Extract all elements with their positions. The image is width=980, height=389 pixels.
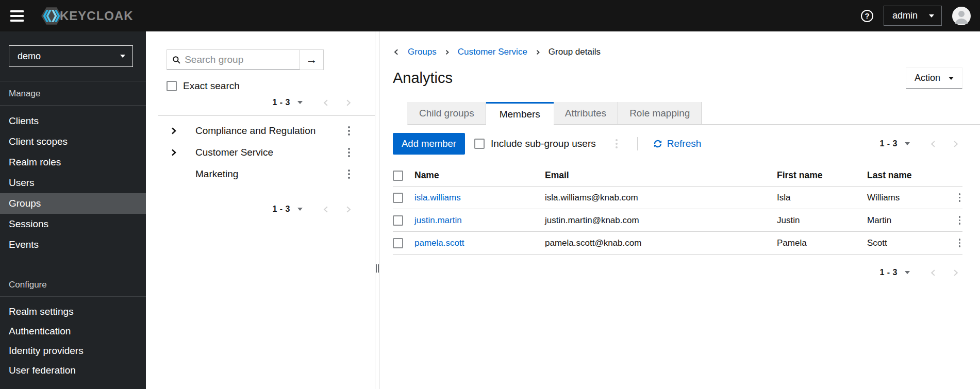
include-subgroups-checkbox[interactable] (474, 139, 485, 149)
sidebar-item-realm-settings[interactable]: Realm settings (0, 302, 146, 322)
next-page-button[interactable] (344, 206, 352, 213)
table-header-row: Name Email First name Last name (393, 165, 962, 187)
sidebar: demo Manage Clients Client scopes Realm … (0, 31, 146, 389)
member-username-link[interactable]: isla.williams (414, 193, 545, 203)
members-pagination-top: 1 - 3 (879, 139, 962, 148)
sidebar-item-clients[interactable]: Clients (0, 111, 146, 131)
divider (637, 137, 638, 150)
group-link[interactable]: Customer Service (195, 147, 273, 158)
user-menu-dropdown[interactable]: admin (884, 6, 942, 26)
row-checkbox[interactable] (393, 193, 403, 203)
kebab-menu-icon[interactable] (346, 167, 352, 181)
toolbar-kebab-menu-icon[interactable] (613, 137, 620, 150)
panel-resize-splitter[interactable] (375, 31, 379, 389)
row-kebab-menu-icon[interactable] (957, 191, 963, 204)
manage-nav: Clients Client scopes Realm roles Users … (0, 111, 146, 255)
add-member-button[interactable]: Add member (393, 133, 465, 155)
tab-role-mapping[interactable]: Role mapping (618, 102, 702, 125)
pagination-options-caret-icon[interactable] (905, 142, 910, 145)
chevron-right-icon (444, 49, 450, 55)
next-page-button[interactable] (344, 99, 352, 107)
divider (0, 296, 146, 297)
refresh-icon (653, 139, 662, 148)
chevron-left-icon (929, 269, 937, 277)
groups-pagination-top: 1 - 3 (146, 98, 375, 107)
kebab-menu-icon[interactable] (346, 146, 352, 159)
tab-attributes[interactable]: Attributes (554, 102, 618, 125)
chevron-right-icon (344, 206, 352, 213)
pagination-options-caret-icon[interactable] (297, 101, 303, 104)
tab-child-groups[interactable]: Child groups (407, 102, 486, 125)
action-dropdown[interactable]: Action (906, 67, 962, 89)
chevron-right-icon (952, 140, 959, 148)
masthead: KEYCLOAK ? admin (0, 0, 980, 31)
table-row: pamela.scott pamela.scott@knab.com Pamel… (393, 232, 962, 255)
chevron-right-icon (535, 49, 541, 55)
exact-search-checkbox[interactable] (167, 81, 177, 91)
search-submit-button[interactable]: → (300, 50, 323, 70)
keycloak-admin-console: KEYCLOAK ? admin demo Manage (0, 0, 980, 389)
sidebar-item-client-scopes[interactable]: Client scopes (0, 131, 146, 152)
member-username-link[interactable]: pamela.scott (414, 238, 545, 248)
chevron-down-icon (929, 14, 934, 18)
row-kebab-menu-icon[interactable] (957, 236, 963, 249)
row-checkbox[interactable] (393, 238, 403, 248)
previous-page-button[interactable] (322, 99, 330, 107)
sidebar-item-groups[interactable]: Groups (0, 193, 146, 214)
section-label-configure: Configure (0, 273, 146, 296)
arrow-right-icon: → (306, 53, 318, 66)
sidebar-item-user-federation[interactable]: User federation (0, 361, 146, 380)
nav-toggle-hamburger-icon[interactable] (10, 10, 24, 22)
breadcrumb-groups-link[interactable]: Groups (408, 47, 437, 57)
chevron-right-icon (952, 269, 959, 277)
group-search: → (167, 49, 324, 70)
previous-page-button[interactable] (322, 206, 330, 213)
next-page-button[interactable] (952, 140, 959, 148)
previous-page-button[interactable] (929, 269, 937, 277)
refresh-button[interactable]: Refresh (653, 138, 702, 149)
group-search-box (167, 50, 300, 70)
sidebar-item-users[interactable]: Users (0, 173, 146, 193)
chevron-right-icon (344, 99, 352, 107)
kebab-menu-icon[interactable] (346, 124, 352, 138)
row-kebab-menu-icon[interactable] (957, 214, 963, 227)
group-link[interactable]: Marketing (195, 168, 238, 180)
previous-page-button[interactable] (929, 140, 937, 148)
column-header-name: Name (414, 170, 545, 181)
member-email: isla.williams@knab.com (545, 193, 777, 203)
breadcrumb-customer-service-link[interactable]: Customer Service (458, 47, 527, 57)
tab-members[interactable]: Members (486, 102, 554, 125)
column-header-last-name: Last name (867, 170, 940, 181)
group-search-input[interactable] (185, 54, 295, 65)
next-page-button[interactable] (952, 269, 959, 277)
pagination-options-caret-icon[interactable] (905, 271, 910, 274)
pagination-options-caret-icon[interactable] (297, 208, 303, 211)
chevron-left-icon (322, 206, 330, 213)
sidebar-item-realm-roles[interactable]: Realm roles (0, 152, 146, 173)
member-last-name: Martin (867, 215, 940, 226)
row-checkbox[interactable] (393, 215, 403, 226)
sidebar-item-identity-providers[interactable]: Identity providers (0, 341, 146, 361)
exact-search-option: Exact search (167, 80, 375, 92)
member-email: justin.martin@knab.com (545, 215, 777, 226)
select-all-checkbox[interactable] (393, 171, 403, 181)
page-title: Analytics (393, 70, 453, 87)
table-row: justin.martin justin.martin@knab.com Jus… (393, 209, 962, 232)
group-link[interactable]: Compliance and Regulation (195, 125, 315, 137)
keycloak-logo[interactable]: KEYCLOAK (41, 7, 134, 25)
sidebar-item-sessions[interactable]: Sessions (0, 214, 146, 234)
expand-chevron-icon[interactable] (170, 127, 180, 135)
member-username-link[interactable]: justin.martin (414, 215, 545, 226)
expand-chevron-icon[interactable] (170, 148, 180, 157)
include-subgroups-label: Include sub-group users (491, 138, 596, 149)
avatar[interactable] (952, 7, 971, 25)
member-email: pamela.scott@knab.com (545, 238, 777, 248)
table-row: isla.williams isla.williams@knab.com Isl… (393, 187, 962, 209)
help-icon[interactable]: ? (861, 10, 873, 22)
sidebar-item-authentication[interactable]: Authentication (0, 322, 146, 341)
tree-item-compliance-and-regulation: Compliance and Regulation (146, 120, 375, 142)
breadcrumb-back-button[interactable] (393, 48, 400, 56)
sidebar-item-events[interactable]: Events (0, 234, 146, 255)
realm-name: demo (18, 51, 41, 62)
realm-selector[interactable]: demo (9, 45, 133, 67)
